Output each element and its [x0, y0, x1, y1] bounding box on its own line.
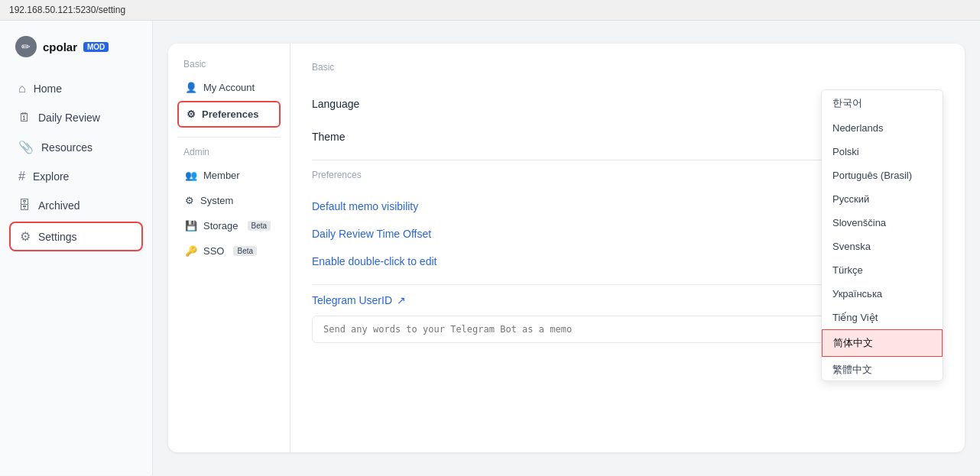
sidebar-item-daily-review[interactable]: 🗓 Daily Review — [9, 105, 143, 131]
sso-icon: 🔑 — [185, 245, 197, 257]
language-label: Language — [312, 98, 359, 110]
dropdown-item-russian[interactable]: Русский — [822, 187, 943, 211]
external-link-icon: ↗ — [397, 294, 406, 306]
sidebar-item-label-resources: Resources — [41, 141, 92, 154]
sidebar-item-label-home: Home — [34, 83, 62, 95]
sidebar-item-home[interactable]: ⌂ Home — [9, 76, 143, 102]
sidebar-item-archived[interactable]: 🗄 Archived — [9, 193, 143, 219]
sso-beta-badge: Beta — [233, 246, 257, 256]
nav-divider — [177, 137, 281, 138]
logo-name: cpolar — [43, 40, 77, 53]
dropdown-item-ukrainian[interactable]: Українська — [822, 282, 943, 306]
basic-content-title: Basic — [312, 62, 943, 73]
default-memo-label[interactable]: Default memo visibility — [312, 200, 418, 212]
dropdown-item-simplified-chinese[interactable]: 简体中文 — [822, 329, 943, 357]
dropdown-item-korean[interactable]: 한국어 — [822, 90, 943, 116]
paperclip-icon: 📎 — [18, 140, 34, 154]
system-icon: ⚙ — [185, 195, 194, 206]
my-account-nav-item[interactable]: 👤 My Account — [177, 76, 281, 99]
dropdown-item-vietnamese[interactable]: Tiếng Việt — [822, 306, 943, 329]
settings-nav: Basic 👤 My Account ⚙ Preferences Admin 👥… — [168, 44, 290, 452]
theme-label: Theme — [312, 131, 346, 143]
dropdown-scroll[interactable]: 한국어 Nederlands Polski Português (Brasil)… — [822, 90, 943, 380]
enable-double-click-label[interactable]: Enable double-click to edit — [312, 255, 436, 267]
basic-section-label: Basic — [177, 59, 281, 70]
settings-icon: ⚙ — [20, 229, 31, 244]
sidebar-item-label-daily-review: Daily Review — [38, 112, 100, 124]
member-label: Member — [203, 170, 240, 181]
storage-nav-item[interactable]: 💾 Storage Beta — [177, 214, 281, 238]
member-nav-item[interactable]: 👥 Member — [177, 164, 281, 187]
storage-beta-badge: Beta — [248, 221, 271, 231]
dropdown-item-swedish[interactable]: Svenska — [822, 235, 943, 258]
archive-icon: 🗄 — [18, 199, 31, 212]
system-nav-item[interactable]: ⚙ System — [177, 189, 281, 212]
address-bar: 192.168.50.121:5230/setting — [0, 0, 980, 21]
settings-panel: Basic 👤 My Account ⚙ Preferences Admin 👥… — [168, 44, 965, 452]
preferences-label: Preferences — [202, 108, 258, 120]
home-icon: ⌂ — [18, 82, 26, 96]
sidebar-item-label-archived: Archived — [38, 199, 80, 212]
mod-badge: MOD — [83, 42, 109, 52]
sidebar-item-label-settings: Settings — [38, 231, 77, 243]
admin-section-label: Admin — [177, 147, 281, 157]
sso-nav-item[interactable]: 🔑 SSO Beta — [177, 239, 281, 263]
content-area: Basic 👤 My Account ⚙ Preferences Admin 👥… — [153, 21, 980, 475]
sidebar-item-label-explore: Explore — [33, 170, 69, 183]
sidebar-item-explore[interactable]: # Explore — [9, 164, 143, 189]
dropdown-item-portuguese[interactable]: Português (Brasil) — [822, 164, 943, 187]
dropdown-item-traditional-chinese[interactable]: 繁體中文 — [822, 357, 943, 380]
dropdown-item-slovenian[interactable]: Slovenščina — [822, 211, 943, 235]
sso-label: SSO — [203, 245, 224, 257]
storage-label: Storage — [203, 220, 239, 232]
member-icon: 👥 — [185, 170, 197, 181]
url-text: 192.168.50.121:5230/setting — [9, 5, 125, 15]
logo-area: ✏ cpolar MOD — [9, 36, 143, 57]
sidebar-item-resources[interactable]: 📎 Resources — [9, 134, 143, 160]
hash-icon: # — [18, 170, 25, 183]
settings-content: Basic Language 🌐 English ⌄ Theme Pref — [290, 44, 965, 452]
preferences-nav-item[interactable]: ⚙ Preferences — [177, 101, 281, 128]
telegram-label: Telegram UserID — [312, 294, 392, 306]
dropdown-item-turkish[interactable]: Türkçe — [822, 258, 943, 282]
sidebar: ✏ cpolar MOD ⌂ Home 🗓 Daily Review 📎 Res… — [0, 21, 153, 475]
system-label: System — [200, 195, 233, 206]
sidebar-item-settings[interactable]: ⚙ Settings — [9, 222, 143, 251]
dropdown-item-polish[interactable]: Polski — [822, 140, 943, 164]
my-account-label: My Account — [203, 82, 255, 93]
preferences-icon: ⚙ — [187, 108, 196, 120]
my-account-icon: 👤 — [185, 82, 197, 93]
storage-icon: 💾 — [185, 220, 197, 232]
language-dropdown: 한국어 Nederlands Polski Português (Brasil)… — [821, 89, 943, 381]
logo-icon: ✏ — [15, 36, 37, 57]
calendar-icon: 🗓 — [18, 111, 31, 125]
daily-review-label[interactable]: Daily Review Time Offset — [312, 228, 431, 240]
dropdown-item-dutch[interactable]: Nederlands — [822, 116, 943, 140]
